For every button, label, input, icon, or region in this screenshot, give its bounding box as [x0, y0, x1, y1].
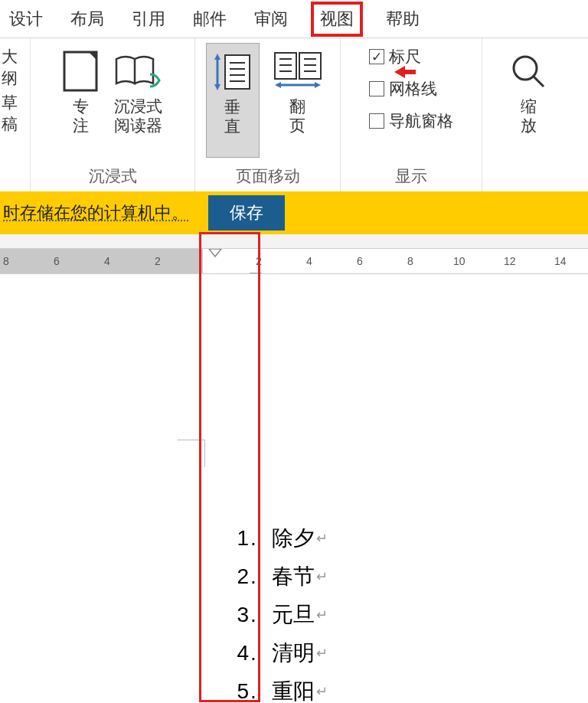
message-text: 时存储在您的计算机中。 — [3, 201, 188, 224]
svg-marker-19 — [275, 82, 281, 88]
ruler-mark: 6 — [357, 255, 363, 267]
tab-reference[interactable]: 引用 — [127, 2, 170, 37]
immersive-group-label: 沉浸式 — [31, 165, 194, 187]
checkbox-checked-icon — [369, 49, 384, 64]
paragraph-mark-icon: ↵ — [315, 530, 328, 547]
document-area[interactable]: 1 . 除夕 ↵ 2 . 春节 ↵ 3 . 元旦 ↵ 4 . 清明 ↵ 5 . … — [0, 274, 588, 703]
vertical-label: 垂 直 — [224, 97, 240, 136]
svg-marker-20 — [315, 82, 321, 88]
checkbox-icon — [369, 81, 384, 96]
views-group-clipped: 大纲 草稿 — [0, 38, 31, 191]
annotation-rect — [199, 232, 260, 702]
focus-label: 专 注 — [73, 96, 89, 135]
focus-icon — [63, 47, 98, 95]
navpane-checkbox[interactable]: 导航窗格 — [369, 110, 453, 132]
ruler-mark: 12 — [504, 255, 516, 267]
flip-icon — [270, 47, 325, 95]
ruler-mark: 4 — [104, 255, 110, 267]
list-item: 1 . 除夕 ↵ — [203, 519, 588, 557]
list-item: 4 . 清明 ↵ — [203, 634, 588, 672]
list-text: 重阳 — [272, 677, 315, 703]
document-content: 1 . 除夕 ↵ 2 . 春节 ↵ 3 . 元旦 ↵ 4 . 清明 ↵ 5 . … — [0, 335, 588, 703]
gridlines-checkbox-label: 网格线 — [389, 78, 437, 100]
list-item: 3 . 元旦 ↵ — [203, 596, 588, 634]
ruler-mark: 14 — [554, 255, 567, 267]
ribbon-group-show: 标尺 网格线 导航窗格 显示 — [341, 38, 482, 191]
flip-button[interactable]: 翻 页 — [266, 43, 330, 158]
list-item: 5 . 重阳 ↵ — [203, 672, 588, 703]
tab-mail[interactable]: 邮件 — [188, 2, 231, 37]
show-group-label: 显示 — [341, 165, 482, 187]
pagemove-group-label: 页面移动 — [195, 165, 340, 187]
paragraph-mark-icon: ↵ — [315, 645, 328, 662]
ruler-checkbox[interactable]: 标尺 — [369, 46, 453, 67]
list-text: 元旦 — [272, 600, 315, 629]
outline-view-button[interactable]: 大纲 — [2, 46, 25, 89]
tab-help[interactable]: 帮助 — [381, 2, 424, 37]
list-text: 除夕 — [272, 524, 315, 553]
flip-label: 翻 页 — [289, 96, 305, 135]
paragraph-mark-icon: ↵ — [315, 607, 328, 623]
immersive-reader-icon — [113, 47, 162, 95]
paragraph-mark-icon: ↵ — [315, 568, 328, 585]
gridlines-checkbox[interactable]: 网格线 — [369, 78, 453, 100]
svg-marker-9 — [214, 84, 220, 90]
paragraph-mark-icon: ↵ — [315, 683, 328, 700]
ruler-mark: 8 — [3, 255, 9, 267]
ruler-mark: 8 — [407, 255, 413, 267]
ruler-checkbox-label: 标尺 — [389, 46, 421, 67]
tab-layout[interactable]: 布局 — [66, 2, 109, 37]
svg-line-22 — [534, 77, 544, 87]
ribbon-group-immersive: 专 注 沉浸式 阅读器 沉浸式 — [31, 38, 195, 191]
list-item: 2 . 春节 ↵ — [203, 557, 588, 596]
save-button[interactable]: 保存 — [208, 195, 285, 231]
immersive-reader-button[interactable]: 沉浸式 阅读器 — [109, 43, 167, 158]
ribbon: 大纲 草稿 专 注 沉浸式 阅读器 沉浸式 — [0, 38, 588, 191]
svg-rect-0 — [64, 52, 96, 90]
tab-design[interactable]: 设计 — [5, 2, 47, 37]
immersive-reader-label: 沉浸式 阅读器 — [114, 96, 162, 135]
list-text: 春节 — [272, 562, 315, 591]
message-bar: 时存储在您的计算机中。 保存 — [0, 191, 588, 234]
ruler-mark: 10 — [453, 255, 466, 267]
ruler-mark: 2 — [155, 255, 161, 267]
vertical-button[interactable]: 垂 直 — [206, 43, 260, 158]
draft-view-button[interactable]: 草稿 — [2, 92, 25, 135]
ruler-margin-area — [0, 249, 203, 273]
svg-marker-8 — [214, 54, 220, 60]
ribbon-group-pagemove: 垂 直 翻 页 页面移动 — [195, 38, 341, 191]
ribbon-group-zoom: 缩 放 — [482, 38, 574, 191]
ribbon-tabs: 设计 布局 引用 邮件 审阅 视图 帮助 — [0, 0, 588, 38]
vertical-icon — [211, 48, 254, 96]
ruler-mark: 4 — [306, 255, 312, 267]
horizontal-ruler[interactable]: 8 6 4 2 2 4 6 8 10 12 14 — [0, 248, 588, 274]
tab-view[interactable]: 视图 — [311, 2, 363, 37]
magnifier-icon — [510, 47, 547, 95]
tab-review[interactable]: 审阅 — [250, 2, 292, 37]
focus-button[interactable]: 专 注 — [58, 43, 103, 158]
checkbox-icon — [369, 113, 384, 129]
ruler-mark: 6 — [54, 255, 60, 267]
navpane-checkbox-label: 导航窗格 — [389, 110, 453, 132]
list-text: 清明 — [272, 639, 315, 668]
svg-rect-2 — [225, 55, 250, 89]
zoom-button[interactable]: 缩 放 — [505, 43, 551, 158]
zoom-label: 缩 放 — [521, 96, 537, 135]
svg-point-21 — [514, 57, 537, 80]
